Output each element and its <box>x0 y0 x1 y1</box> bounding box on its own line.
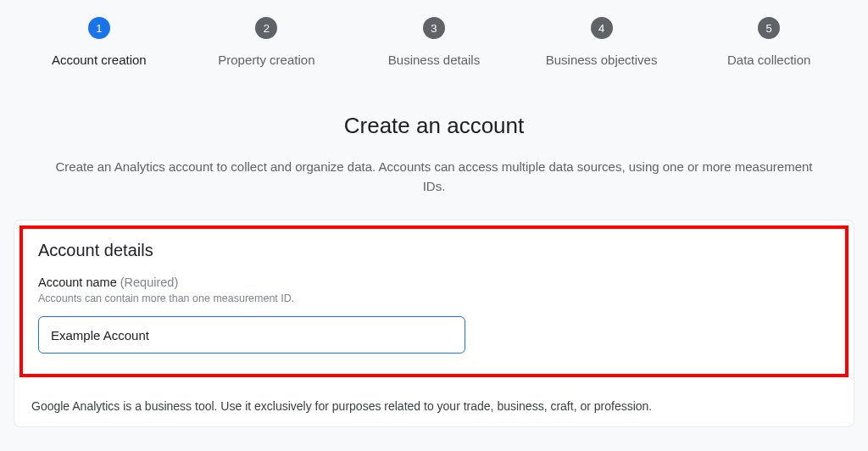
step-business-objectives[interactable]: 4 Business objectives <box>518 17 686 67</box>
step-data-collection[interactable]: 5 Data collection <box>685 17 853 67</box>
section-title: Account details <box>38 241 830 260</box>
step-number: 1 <box>88 17 110 39</box>
business-disclaimer: Google Analytics is a business tool. Use… <box>14 382 854 426</box>
step-number: 5 <box>758 17 780 39</box>
step-label: Data collection <box>727 53 810 67</box>
heading-block: Create an account Create an Analytics ac… <box>14 84 854 220</box>
account-details-card: Account details Account name (Required) … <box>14 220 854 427</box>
step-business-details[interactable]: 3 Business details <box>350 17 518 67</box>
page-subtitle: Create an Analytics account to collect a… <box>47 158 821 196</box>
step-property-creation[interactable]: 2 Property creation <box>183 17 351 67</box>
account-name-label: Account name (Required) <box>38 276 830 289</box>
step-account-creation[interactable]: 1 Account creation <box>15 17 183 67</box>
account-name-help: Accounts can contain more than one measu… <box>38 292 830 304</box>
account-details-section: Account details Account name (Required) … <box>19 226 849 377</box>
step-number: 3 <box>423 17 445 39</box>
account-name-input[interactable] <box>38 316 465 354</box>
wizard-container: 1 Account creation 2 Property creation 3… <box>0 0 868 427</box>
step-label: Account creation <box>52 53 147 67</box>
step-label: Business details <box>388 53 480 67</box>
stepper: 1 Account creation 2 Property creation 3… <box>14 17 854 84</box>
step-number: 2 <box>255 17 277 39</box>
required-indicator: (Required) <box>120 276 179 289</box>
page-title: Create an account <box>47 113 821 139</box>
step-label: Business objectives <box>546 53 658 67</box>
step-number: 4 <box>591 17 613 39</box>
step-label: Property creation <box>218 53 314 67</box>
label-text: Account name <box>38 276 117 289</box>
